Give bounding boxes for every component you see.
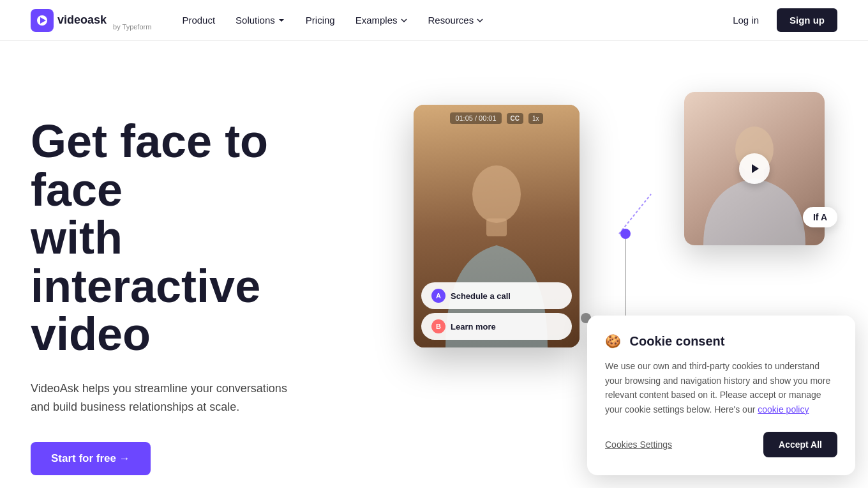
signup-button[interactable]: Sign up [777, 8, 837, 32]
nav-product[interactable]: Product [182, 15, 215, 26]
logo-byline: by Typeform [113, 23, 151, 31]
play-icon [748, 162, 761, 175]
chevron-down-icon [278, 17, 285, 24]
video-cta-b[interactable]: B Learn more [421, 313, 572, 340]
chevron-down-icon [400, 17, 408, 24]
nav-solutions[interactable]: Solutions [236, 15, 285, 26]
logo[interactable]: videoask by Typeform [31, 9, 151, 32]
logo-icon [31, 9, 54, 32]
play-button[interactable] [739, 153, 770, 184]
video-controls: 01:05 / 00:01 CC 1x [414, 112, 580, 124]
nav-pricing[interactable]: Pricing [306, 15, 335, 26]
video-card-main-inner: 01:05 / 00:01 CC 1x A Schedule a call [414, 105, 580, 347]
nav-examples[interactable]: Examples [355, 15, 408, 26]
svg-rect-4 [486, 218, 507, 236]
nav-actions: Log in Sign up [722, 8, 837, 32]
logo-text: videoask [57, 13, 107, 27]
nav-resources[interactable]: Resources [428, 15, 484, 26]
accept-all-button[interactable]: Accept All [763, 432, 837, 457]
hero-subtitle: VideoAsk helps you streamline your conve… [31, 379, 299, 416]
cookie-actions: Cookies Settings Accept All [605, 432, 837, 457]
cookie-title: 🍪 Cookie consent [605, 333, 837, 349]
cookie-consent-dialog: 🍪 Cookie consent We use our own and thir… [587, 316, 855, 475]
speed-badge: 1x [528, 113, 543, 124]
login-button[interactable]: Log in [722, 10, 769, 31]
svg-line-11 [619, 194, 651, 234]
cta-b-label: Learn more [451, 322, 496, 332]
svg-marker-7 [752, 164, 759, 173]
navbar: videoask by Typeform Product Solutions P… [0, 0, 868, 41]
cookie-emoji: 🍪 [605, 334, 621, 348]
video-cta-a[interactable]: A Schedule a call [421, 282, 572, 309]
video-card-secondary [684, 92, 825, 245]
svg-point-8 [620, 229, 631, 239]
start-free-button[interactable]: Start for free → [31, 442, 151, 475]
chevron-down-icon [476, 17, 484, 24]
video-time: 01:05 / 00:01 [450, 112, 501, 124]
cta-a-label: Schedule a call [451, 291, 511, 301]
video-card-secondary-inner [684, 92, 825, 245]
video-card-main: 01:05 / 00:01 CC 1x A Schedule a call [414, 105, 580, 347]
hero-title: Get face to face with interactive video [31, 118, 350, 359]
cta-a-letter: A [431, 289, 445, 303]
cc-badge: CC [507, 113, 523, 124]
hero-left: Get face to face with interactive video … [31, 79, 350, 488]
nav-links: Product Solutions Pricing Examples Resou… [182, 15, 722, 26]
cookie-policy-link[interactable]: cookie policy [758, 404, 809, 415]
svg-point-3 [472, 165, 521, 223]
cta-b-letter: B [431, 319, 445, 333]
cookie-settings-button[interactable]: Cookies Settings [605, 439, 672, 450]
cookie-body: We use our own and third-party cookies t… [605, 359, 837, 416]
if-a-bubble: If A [803, 207, 837, 227]
